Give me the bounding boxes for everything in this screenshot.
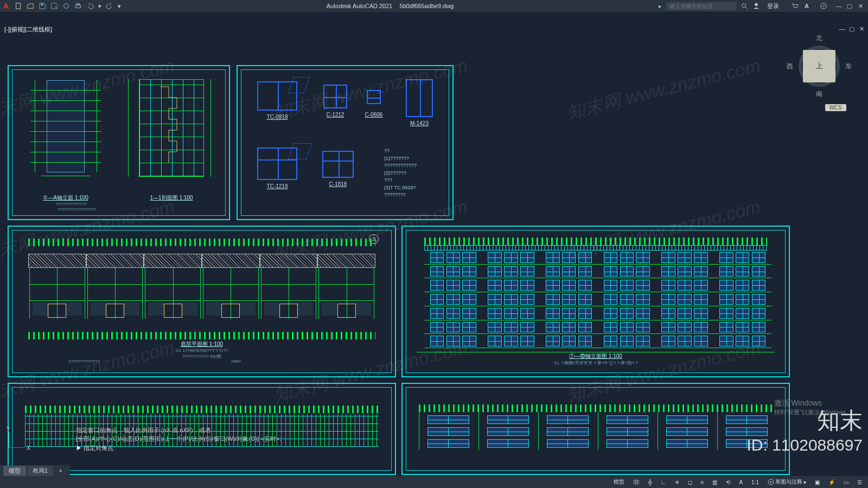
viewcube-north[interactable]: 北 xyxy=(787,34,852,43)
viewcube-east[interactable]: 东 xyxy=(845,62,852,71)
save-icon[interactable] xyxy=(38,2,47,10)
plan-unit xyxy=(260,254,318,319)
autodesk-app-icon[interactable]: A xyxy=(802,2,811,10)
redo-icon[interactable] xyxy=(105,2,114,10)
sheet-frame-schedule: TC-0918 C-1212 C-0606 M-1423 xyxy=(237,65,454,220)
clean-screen-icon[interactable]: ▭ xyxy=(842,479,850,485)
label-plan-sub1: G1 1??00?8700??'T'T?1?? xyxy=(14,348,390,353)
drawing-elevation-a xyxy=(25,75,106,189)
schedule-item-m1423: M-1423 xyxy=(400,79,438,126)
elevation-bay xyxy=(598,251,656,348)
command-line[interactable]: 指定窗口的角点，输入比例因子 (nX 或 nXP)，或者 [全部(A)/中心(C… xyxy=(76,426,281,453)
tab-layout1[interactable]: 布局1 xyxy=(27,466,53,476)
schedule-item-c1212: C-1212 xyxy=(319,85,352,118)
svg-rect-0 xyxy=(16,3,21,9)
vp-max-button[interactable]: ▢ xyxy=(847,25,856,33)
login-button[interactable]: 登录 xyxy=(767,2,779,10)
schedule-label: TC-1218 xyxy=(253,183,302,189)
customize-icon[interactable]: ☰ xyxy=(856,479,864,485)
search-arrow-icon: ▸ xyxy=(659,3,662,10)
user-icon[interactable] xyxy=(752,2,761,10)
viewcube[interactable]: 北 南 西 东 上 xyxy=(787,34,852,99)
annotation-scale-icon[interactable]: A xyxy=(737,479,744,485)
svg-point-2 xyxy=(64,4,69,9)
note-line: (1)??????? xyxy=(384,155,449,163)
hardware-accel-icon[interactable]: ⚡ xyxy=(827,479,837,485)
label-section-1-1: 1—1剖面图 1:100 xyxy=(139,194,204,202)
status-model[interactable]: 模型 xyxy=(612,478,626,486)
transparency-toggle-icon[interactable]: ▥ xyxy=(711,479,719,485)
schedule-notes: ?? (1)??????? ???????????? (2)?????? ???… xyxy=(384,147,449,199)
note-line: ??? xyxy=(384,177,449,184)
chevron-down-icon[interactable]: ▾ xyxy=(98,2,102,10)
snap-toggle-icon[interactable]: ╬ xyxy=(647,479,654,485)
search-input[interactable] xyxy=(666,2,737,10)
wcs-badge[interactable]: WCS xyxy=(825,104,846,111)
help-icon[interactable]: ? xyxy=(819,2,828,10)
elevation-bay xyxy=(540,251,598,348)
schedule-item-tc1218: TC-1218 xyxy=(253,147,302,189)
watermark: 知末网 www.znzmo.com xyxy=(564,53,763,125)
note-line: ???????? xyxy=(384,191,449,199)
ucs-icon[interactable]: YX xyxy=(7,428,28,450)
ortho-toggle-icon[interactable]: ∟ xyxy=(659,479,668,485)
vp-close-button[interactable]: ✕ xyxy=(857,25,866,33)
plan-unit xyxy=(317,254,375,319)
plan-unit xyxy=(202,254,260,319)
open-icon[interactable] xyxy=(26,2,35,10)
viewport-label[interactable]: [-][俯视][二维线框] xyxy=(2,25,54,34)
cart-icon[interactable] xyxy=(790,2,799,10)
plot-icon[interactable] xyxy=(74,2,82,10)
svg-point-6 xyxy=(755,3,757,6)
tab-model[interactable]: 模型 xyxy=(3,466,26,476)
lineweight-toggle-icon[interactable]: ≡ xyxy=(699,479,706,485)
osnap-toggle-icon[interactable]: ◻ xyxy=(686,479,694,485)
chevron-down-icon[interactable]: ▾ xyxy=(117,2,122,10)
label-plan-sub3: 2???????????? xyxy=(68,359,100,364)
viewcube-west[interactable]: 西 xyxy=(787,62,793,71)
isolate-icon[interactable]: ▣ xyxy=(813,479,821,485)
minimize-button[interactable]: — xyxy=(834,2,843,10)
maximize-button[interactable]: ▢ xyxy=(845,2,854,10)
viewcube-south[interactable]: 南 xyxy=(787,89,852,99)
schedule-label: TC-0918 xyxy=(253,114,302,120)
note-line: ?? xyxy=(384,147,449,155)
window-controls: — ▢ ✕ xyxy=(834,2,865,10)
search-icon[interactable] xyxy=(740,2,749,10)
svg-text:?: ? xyxy=(822,4,825,9)
svg-rect-4 xyxy=(77,4,80,5)
drawing-area[interactable]: [-][俯视][二维线框] — ▢ ✕ 北 南 西 东 上 WCS ①—A轴立面… xyxy=(0,12,868,476)
undo-icon[interactable] xyxy=(86,2,94,10)
vp-min-button[interactable]: — xyxy=(838,25,846,33)
viewcube-top-face[interactable]: 上 xyxy=(803,50,835,82)
grid-toggle-icon[interactable] xyxy=(631,479,641,485)
scale-label[interactable]: 1:1 xyxy=(750,479,761,485)
close-button[interactable]: ✕ xyxy=(856,2,865,10)
schedule-item-c1818: C-1818 xyxy=(319,151,357,187)
cycling-toggle-icon[interactable]: ⟲ xyxy=(724,479,732,485)
window-title: Autodesk AutoCAD 2021 5b0df665adbe9.dwg xyxy=(125,3,655,9)
note-line: (2)?????? xyxy=(384,170,449,177)
plan-unit xyxy=(28,254,86,319)
elevation-bay xyxy=(482,251,540,348)
sheet-frame-big-elevation: ①—⑩轴立面图 1:100 '11. ?潮潮?升开开牙 ? 界?十'正? ? 界… xyxy=(401,226,790,377)
saveas-icon[interactable] xyxy=(50,2,59,10)
label-plan-sub4: 248? xyxy=(231,359,241,364)
new-icon[interactable] xyxy=(14,2,23,10)
web-icon[interactable] xyxy=(62,2,71,10)
tab-add-button[interactable]: + xyxy=(54,466,66,475)
svg-point-5 xyxy=(742,4,746,8)
label-elevation-a: ①—A轴立面 1:100 xyxy=(30,194,101,202)
sheet-frame-partial-right xyxy=(401,383,790,475)
polar-toggle-icon[interactable]: ✳ xyxy=(673,479,681,485)
titlebar: A ▾ ▾ Autodesk AutoCAD 2021 5b0df665adbe… xyxy=(0,0,868,12)
command-history-line: [全部(A)/中心(C)/动态(D)/范围(E)/上一个(P)/比例(S)/窗口… xyxy=(76,434,281,444)
file-name: 5b0df665adbe9.dwg xyxy=(400,3,454,9)
app-name: Autodesk AutoCAD 2021 xyxy=(327,3,393,9)
label-big-elev: ①—⑩轴立面图 1:100 xyxy=(408,352,783,360)
schedule-label: C-1212 xyxy=(319,112,352,118)
svg-point-10 xyxy=(770,481,772,483)
workspace-switcher[interactable]: 草图与注释 ▾ xyxy=(766,478,808,486)
note-line: (3)T TC 0918? xyxy=(384,184,449,192)
schedule-label: C-1818 xyxy=(319,181,357,187)
